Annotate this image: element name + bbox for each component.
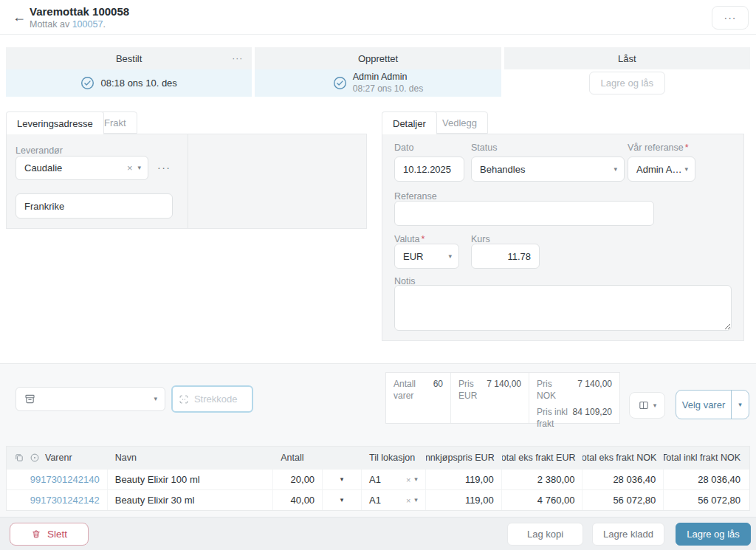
summary-antall-varer: Antall varer60 <box>386 373 451 423</box>
header-innkjopspris: Innkjøpspris EUR <box>426 447 502 469</box>
referanse-field[interactable] <box>394 201 654 226</box>
dato-label: Dato <box>394 142 413 153</box>
kurs-field[interactable] <box>471 244 540 269</box>
back-arrow-icon[interactable]: ← <box>10 8 28 26</box>
chevron-down-icon: ▾ <box>653 402 657 409</box>
package-icon <box>24 393 36 405</box>
header-total-inkl-nok: Total inkl frakt NOK <box>664 447 749 469</box>
lag-kopi-button[interactable]: Lag kopi <box>507 523 583 546</box>
status-value: Behandles <box>480 164 614 175</box>
page-subtitle: Mottak av 100057. <box>30 19 106 30</box>
bestilt-menu-button[interactable]: ··· <box>232 53 243 63</box>
opprettet-user: Admin Admin <box>353 72 423 83</box>
tab-detaljer[interactable]: Detaljer <box>382 111 437 134</box>
status-header-opprettet: Opprettet <box>255 47 501 69</box>
status-label-opprettet: Opprettet <box>358 53 398 64</box>
lagre-og-las-inline-button[interactable]: Lagre og lås <box>589 72 666 94</box>
dato-field[interactable] <box>394 157 464 182</box>
lokasjon-select[interactable]: A1×▾ <box>362 470 426 489</box>
antall-input-cell[interactable]: 20,00 <box>273 470 323 489</box>
column-settings-button[interactable]: ▾ <box>629 392 665 419</box>
tab-leveringsadresse[interactable]: Leveringsadresse <box>6 111 104 134</box>
referanse-label: Referanse <box>394 191 437 202</box>
leverandor-value: Caudalie <box>24 162 127 173</box>
page-menu-button[interactable]: ··· <box>712 6 749 30</box>
velg-varer-dropdown-button[interactable]: ▾ <box>731 391 749 419</box>
var-referanse-label-text: Vår referanse <box>628 142 684 153</box>
chevron-down-icon: ▾ <box>414 476 418 483</box>
status-value-opprettet: Admin Admin 08:27 ons 10. des <box>255 69 501 97</box>
var-referanse-select[interactable]: Admin Ad... ▾ <box>628 157 695 182</box>
table-columns-icon <box>638 399 650 411</box>
velg-varer-button[interactable]: Velg varer <box>676 391 731 419</box>
copy-icon[interactable] <box>14 453 24 463</box>
subtitle-suffix: . <box>103 19 105 30</box>
notis-textarea[interactable] <box>394 285 732 331</box>
previous-receipt-link[interactable]: 100057 <box>72 19 103 30</box>
varenr-link[interactable]: 9917301242142 <box>30 495 100 506</box>
tab-vedlegg[interactable]: Vedlegg <box>431 111 488 134</box>
product-filter-select[interactable]: ▾ <box>16 387 165 411</box>
slett-label: Slett <box>47 529 67 540</box>
innkjopspris-cell: 119,00 <box>426 470 502 489</box>
chevron-down-icon: ▾ <box>137 165 141 171</box>
status-column-bestilt: Bestilt ··· 08:18 ons 10. des <box>6 47 252 97</box>
valuta-label: Valuta* <box>394 234 425 244</box>
detaljer-panel: Dato Status Behandles ▾ Vår referanse* A… <box>382 134 744 341</box>
check-circle-icon <box>80 76 94 90</box>
bestilt-timestamp: 08:18 ons 10. des <box>100 78 176 89</box>
status-column-opprettet: Opprettet Admin Admin 08:27 ons 10. des <box>255 47 501 97</box>
expand-circle-icon[interactable] <box>30 453 40 463</box>
total-inkl-nok-cell: 56 072,80 <box>664 490 749 510</box>
table-row: 9917301242142 Beauty Elixir 30 ml 40,00 … <box>7 489 749 510</box>
row-menu-button[interactable]: ▾ <box>323 470 362 489</box>
status-label-last: Låst <box>618 53 636 64</box>
strekkode-input[interactable] <box>194 393 246 405</box>
clear-icon[interactable]: × <box>127 162 133 173</box>
valuta-select[interactable]: EUR ▾ <box>394 244 459 269</box>
slett-button[interactable]: Slett <box>10 523 89 546</box>
clear-icon[interactable]: × <box>406 496 410 505</box>
country-field[interactable] <box>16 193 173 219</box>
leverandor-menu-button[interactable]: ··· <box>157 162 171 173</box>
table-row: 9917301242140 Beauty Elixir 100 ml 20,00… <box>7 469 749 489</box>
lokasjon-select[interactable]: A1×▾ <box>362 490 426 510</box>
var-referanse-value: Admin Ad... <box>636 164 684 175</box>
header-til-lokasjon: Til lokasjon <box>362 447 426 469</box>
opprettet-timestamp: 08:27 ons 10. des <box>353 83 423 94</box>
header-navn: Navn <box>108 447 274 469</box>
panel-divider <box>188 134 188 228</box>
lagre-og-las-button[interactable]: Lagre og lås <box>676 523 751 546</box>
velg-varer-split-button: Velg varer ▾ <box>676 390 749 419</box>
antall-input-cell[interactable]: 40,00 <box>273 490 323 510</box>
var-referanse-label: Vår referanse* <box>628 142 689 153</box>
status-select[interactable]: Behandles ▾ <box>471 157 625 182</box>
varemottak-page: ← Varemottak 100058 Mottak av 100057. ··… <box>0 0 756 550</box>
barcode-scan-field[interactable] <box>171 385 253 413</box>
clear-icon[interactable]: × <box>406 475 410 484</box>
leverandor-select[interactable]: Caudalie × ▾ <box>16 156 148 180</box>
kurs-label: Kurs <box>471 234 490 244</box>
footer-bar: Slett Lag kopi Lagre kladd Lagre og lås <box>0 517 756 550</box>
summary-value: 84 109,20 <box>573 407 612 430</box>
row-menu-button[interactable]: ▾ <box>323 490 362 510</box>
status-value-last: Lagre og lås <box>504 69 750 97</box>
status-label: Status <box>471 142 497 153</box>
table-header-row: Varenr Navn Antall Til lokasjon Innkjøps… <box>7 447 749 469</box>
header-total-eks-nok: Total eks frakt NOK <box>583 447 664 469</box>
chevron-down-icon: ▾ <box>684 166 688 173</box>
status-header-last: Låst <box>504 47 750 69</box>
summary-label: Pris EUR <box>458 379 482 402</box>
leveringsadresse-panel: Leverandør Caudalie × ▾ ··· <box>6 134 367 229</box>
chevron-down-icon: ▾ <box>340 476 344 483</box>
lokasjon-value: A1 <box>369 495 381 506</box>
chevron-down-icon: ▾ <box>614 166 617 173</box>
summary-label: Antall varer <box>394 379 429 402</box>
status-label-bestilt: Bestilt <box>116 53 142 64</box>
varenr-link[interactable]: 9917301242140 <box>30 474 100 485</box>
status-bar: Bestilt ··· 08:18 ons 10. des Opprettet … <box>6 47 750 97</box>
trash-icon <box>31 529 41 540</box>
lagre-kladd-button[interactable]: Lagre kladd <box>592 523 664 546</box>
barcode-scan-icon <box>179 393 189 406</box>
chevron-down-icon: ▾ <box>414 497 418 503</box>
